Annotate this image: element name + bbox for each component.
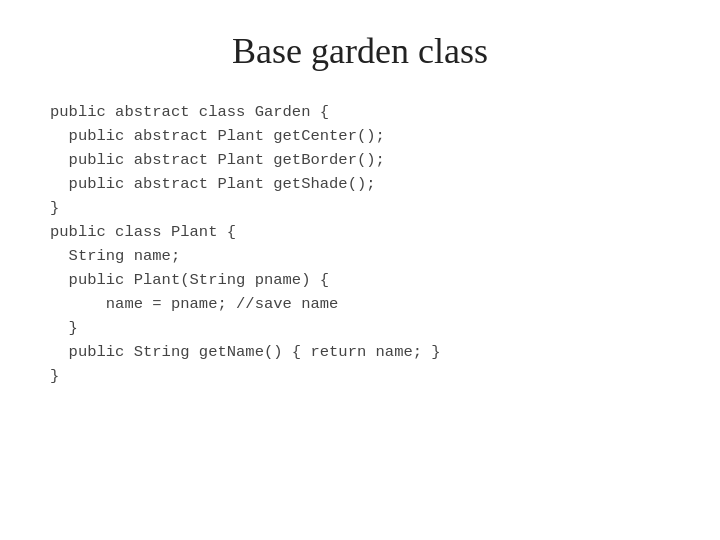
code-line: public abstract Plant getCenter(); bbox=[50, 124, 680, 148]
code-block: public abstract class Garden { public ab… bbox=[40, 100, 680, 388]
page-title: Base garden class bbox=[232, 30, 488, 72]
code-line: } bbox=[50, 196, 680, 220]
code-line: public Plant(String pname) { bbox=[50, 268, 680, 292]
code-line: public abstract Plant getShade(); bbox=[50, 172, 680, 196]
code-line: public abstract class Garden { bbox=[50, 100, 680, 124]
code-line: name = pname; //save name bbox=[50, 292, 680, 316]
code-line: public String getName() { return name; } bbox=[50, 340, 680, 364]
code-line: public abstract Plant getBorder(); bbox=[50, 148, 680, 172]
code-line: public class Plant { bbox=[50, 220, 680, 244]
code-line: } bbox=[50, 364, 680, 388]
code-line: String name; bbox=[50, 244, 680, 268]
code-line: } bbox=[50, 316, 680, 340]
